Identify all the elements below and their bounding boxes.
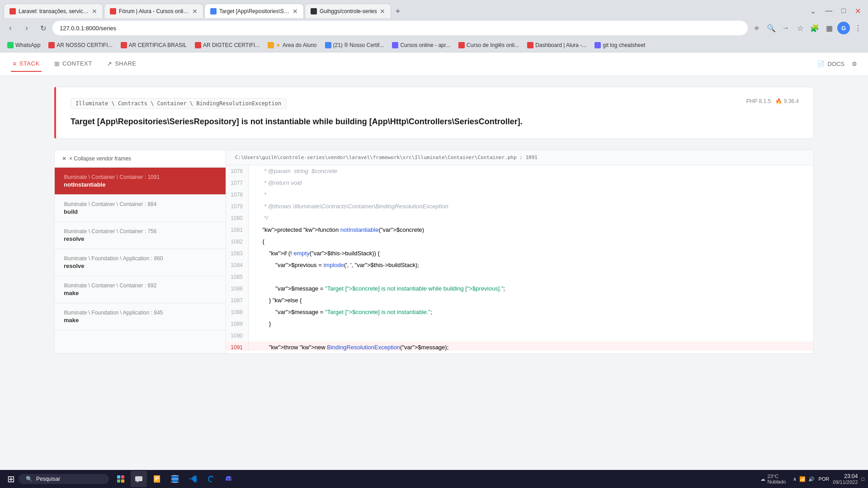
close-window-button[interactable]: ✕	[851, 5, 864, 17]
bookmarks-bar: WhatsApp AR NOSSO CERTIFI... AR CERTIFIC…	[0, 38, 868, 52]
bookmark-label: Cursos online - apr...	[400, 42, 450, 48]
browser-tab[interactable]: Fórum | Alura - Cursos online de... ✕	[104, 4, 203, 18]
bookmark-item[interactable]: (21) ® Nosso Certif...	[321, 41, 388, 49]
tab-favicon	[210, 8, 217, 14]
taskbar-icon-browser[interactable]	[167, 471, 183, 487]
bookmark-favicon	[594, 42, 601, 48]
stack-item[interactable]: Illuminate \ Container \ Container : 109…	[55, 168, 226, 195]
line-number: 1086	[226, 283, 249, 295]
stack-item-class: Illuminate \ Container \ Container : 884	[64, 201, 217, 207]
bookmark-item[interactable]: AR CERTIFICA BRASIL	[117, 41, 190, 49]
favorites-icon[interactable]: ☆	[794, 22, 807, 34]
share-nav-label: SHARE	[115, 60, 136, 67]
bookmark-item[interactable]: Cursos online - apr...	[388, 41, 454, 49]
context-nav-item[interactable]: ⊞ CONTEXT	[52, 56, 94, 72]
line-code: * @throws \Illuminate\Contracts\Containe…	[249, 201, 813, 212]
star-icon: ★	[276, 42, 281, 48]
translate-icon[interactable]: ⎆	[750, 22, 763, 34]
line-number: 1087	[226, 295, 249, 306]
tray-network-icon[interactable]: 📶	[799, 476, 806, 482]
bookmark-label: Area do Aluno	[283, 42, 316, 48]
bookmark-label: WhatsApp	[15, 42, 40, 48]
start-button[interactable]: ⊞	[4, 472, 19, 486]
share-nav-item[interactable]: ↗ SHARE	[105, 56, 138, 72]
error-card-header: Illuminate \ Contracts \ Container \ Bin…	[71, 98, 799, 116]
bookmark-item[interactable]: AR DIGTEC CERTIFI...	[191, 41, 263, 49]
weather-desc: Nublado	[767, 479, 786, 484]
tab-list-button[interactable]: ⌄	[807, 5, 820, 17]
docs-nav-item[interactable]: 📄 DOCS	[817, 61, 844, 67]
svg-rect-8	[155, 478, 159, 479]
taskbar-icon-file[interactable]	[149, 471, 165, 487]
line-code	[249, 330, 813, 342]
bookmark-item[interactable]: Dashboard | Alura -...	[524, 41, 590, 49]
minimize-button[interactable]: —	[821, 5, 836, 17]
address-input[interactable]	[52, 21, 748, 35]
code-panel: C:\Users\guilh\controle-series\vendor\la…	[226, 150, 814, 354]
svg-rect-4	[135, 476, 142, 481]
bookmark-item[interactable]: git log cheatsheet	[591, 41, 649, 49]
svg-rect-3	[121, 479, 124, 483]
stack-item[interactable]: Illuminate \ Container \ Container : 756…	[55, 222, 226, 249]
settings-nav-item[interactable]: ⚙	[852, 61, 857, 67]
code-line: 1081 "kw">protected "kw">function notIns…	[226, 224, 813, 236]
tab-close-button[interactable]: ✕	[192, 8, 198, 15]
search-bar[interactable]: 🔍 Pesquisar	[19, 474, 109, 484]
bookmark-label: AR CERTIFICA BRASIL	[129, 42, 187, 48]
taskbar-icon-edge[interactable]	[203, 471, 219, 487]
tab-close-button[interactable]: ✕	[380, 8, 385, 15]
profile-avatar[interactable]: G	[837, 22, 850, 34]
new-tab-button[interactable]: +	[392, 5, 404, 18]
tab-bar: Laravel: transações, service conta... ✕ …	[0, 0, 868, 18]
tray-volume-icon[interactable]: 🔊	[808, 476, 815, 482]
nav-right: 📄 DOCS ⚙	[817, 61, 857, 67]
taskbar-icon-widgets[interactable]	[113, 471, 129, 487]
code-line: 1082 {	[226, 236, 813, 248]
bookmark-item[interactable]: AR NOSSO CERTIFI...	[45, 41, 116, 49]
collapse-icon: ✕	[62, 155, 66, 162]
collapse-vendor-frames-button[interactable]: ✕ × Collapse vendor frames	[55, 150, 226, 168]
share-icon[interactable]: →	[779, 22, 792, 34]
browser-tab[interactable]: Guihggs/controle-series ✕	[305, 4, 391, 18]
svg-rect-1	[121, 475, 124, 479]
tab-close-button[interactable]: ✕	[92, 8, 97, 15]
taskbar-icon-discord[interactable]	[221, 471, 237, 487]
extensions-icon[interactable]: 🧩	[808, 22, 821, 34]
tab-favicon	[311, 8, 317, 14]
tab-close-button[interactable]: ✕	[292, 8, 298, 15]
stack-item[interactable]: Illuminate \ Container \ Container : 884…	[55, 195, 226, 222]
bookmark-item[interactable]: Curso de Inglês onli...	[455, 41, 523, 49]
stack-item[interactable]: Illuminate \ Container \ Container : 692…	[55, 276, 226, 303]
bookmark-item[interactable]: WhatsApp	[4, 41, 44, 49]
taskbar-icon-vscode[interactable]	[185, 471, 201, 487]
bookmark-label: (21) ® Nosso Certif...	[333, 42, 384, 48]
zoom-icon[interactable]: 🔍	[765, 22, 778, 34]
stack-item[interactable]: Illuminate \ Foundation \ Application : …	[55, 249, 226, 276]
back-button[interactable]: ‹	[4, 21, 17, 35]
address-actions: ⎆ 🔍 → ☆ 🧩 ▦ G ⋮	[750, 22, 864, 34]
taskbar-icon-chat[interactable]	[131, 471, 147, 487]
stack-nav-item[interactable]: ≡ STACK	[11, 56, 42, 72]
bookmark-item[interactable]: ★ Area do Aluno	[264, 41, 320, 49]
browser-tab[interactable]: Laravel: transações, service conta... ✕	[4, 4, 103, 18]
maximize-button[interactable]: □	[838, 5, 849, 17]
forward-button[interactable]: ›	[20, 21, 33, 35]
bookmark-label: AR DIGTEC CERTIFI...	[203, 42, 259, 48]
line-number: 1076	[226, 165, 249, 177]
browser-tab[interactable]: Target [App\Repositories\SeriesR... ✕	[204, 4, 304, 18]
php-version: PHP 8.1.5 🔥 9.36.4	[746, 98, 799, 104]
sidebar-icon[interactable]: ▦	[823, 22, 835, 34]
bookmark-favicon	[195, 42, 201, 48]
menu-icon[interactable]: ⋮	[852, 22, 864, 34]
line-number: 1082	[226, 236, 249, 248]
clock[interactable]: 23:04 09/11/2022	[833, 473, 858, 485]
tray-up-icon[interactable]: ∧	[793, 476, 797, 482]
notification-icon[interactable]: □	[861, 476, 864, 482]
stack-item[interactable]: Illuminate \ Foundation \ Application : …	[55, 303, 226, 330]
bookmark-favicon	[48, 42, 55, 48]
code-body[interactable]: 1076 * @param string $concrete 1077 * @r…	[226, 165, 813, 351]
browser-chrome: Laravel: transações, service conta... ✕ …	[0, 0, 868, 52]
stack-items-container: Illuminate \ Container \ Container : 109…	[55, 168, 226, 330]
reload-button[interactable]: ↻	[36, 21, 50, 35]
bookmark-label: AR NOSSO CERTIFI...	[57, 42, 112, 48]
